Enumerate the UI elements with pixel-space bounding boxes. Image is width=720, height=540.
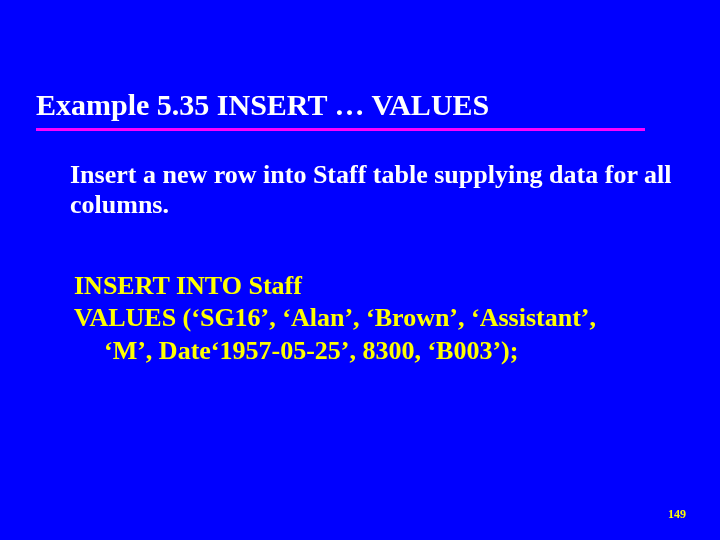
sql-line-1: INSERT INTO Staff (74, 270, 680, 303)
sql-line-3: ‘M’, Date‘1957-05-25’, 8300, ‘B003’); (74, 335, 680, 368)
sql-line-2: VALUES (‘SG16’, ‘Alan’, ‘Brown’, ‘Assist… (74, 302, 680, 335)
slide-title: Example 5.35 INSERT … VALUES (36, 88, 684, 128)
title-underline (36, 128, 645, 131)
description-text: Insert a new row into Staff table supply… (70, 160, 680, 220)
title-block: Example 5.35 INSERT … VALUES (36, 88, 684, 131)
sql-block: INSERT INTO Staff VALUES (‘SG16’, ‘Alan’… (70, 270, 680, 368)
body-block: Insert a new row into Staff table supply… (70, 160, 680, 367)
page-number: 149 (668, 507, 686, 522)
